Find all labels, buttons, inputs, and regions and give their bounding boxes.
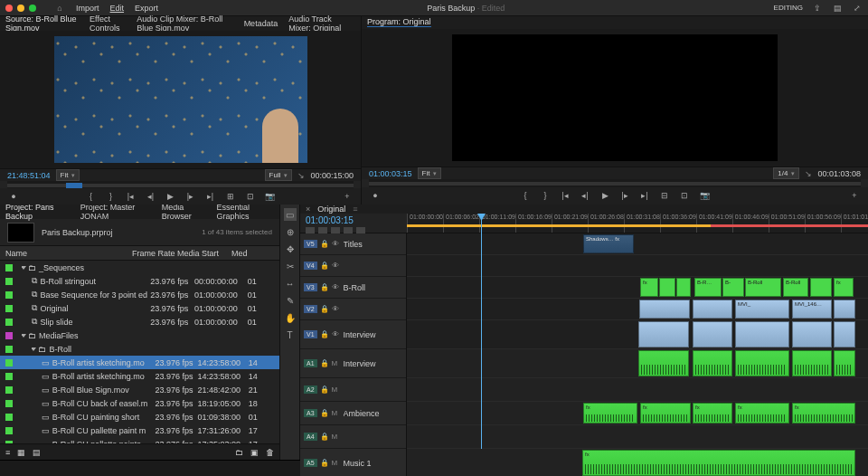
project-row[interactable]: ⧉ B-Roll stringout23.976 fps00:00:00:000… <box>0 274 279 288</box>
timeline-clip[interactable] <box>834 300 855 319</box>
track-header[interactable]: A3🔒MAmbience <box>300 402 406 425</box>
track-lane[interactable]: fxB-R…B-B-RollB-Rollfx <box>407 277 868 299</box>
go-out-icon[interactable]: ▸| <box>638 189 651 202</box>
delete-icon[interactable]: 🗑 <box>266 448 274 457</box>
workspaces-icon[interactable]: ▤ <box>832 3 843 14</box>
insert-icon[interactable]: ⊞ <box>224 190 237 203</box>
track-header[interactable]: A2🔒M <box>300 378 406 402</box>
track-header[interactable]: V3🔒👁B-Roll <box>300 277 406 299</box>
tab-effect-controls[interactable]: Effect Controls <box>90 14 126 33</box>
timeline-tool[interactable]: T <box>284 328 297 341</box>
close-window-icon[interactable] <box>5 5 13 12</box>
step-back-icon[interactable]: ◂| <box>579 189 591 202</box>
project-row[interactable]: ▭ B-Roll CU pallette paints.23.976 fps17… <box>0 437 279 443</box>
timeline-clip[interactable] <box>693 350 732 376</box>
timeline-clip[interactable] <box>659 278 675 297</box>
timeline-clip[interactable] <box>735 321 789 347</box>
project-row[interactable]: ▭ B-Roll artist sketching.mo23.976 fps14… <box>0 356 279 369</box>
play-icon[interactable]: ▶ <box>599 189 611 202</box>
track-header[interactable]: V2🔒👁 <box>300 299 406 320</box>
timeline-clip[interactable]: Shadows… fx <box>583 234 634 253</box>
timeline-clip[interactable]: B- <box>722 278 744 297</box>
source-tc-in[interactable]: 21:48:51:04 <box>7 171 51 180</box>
project-row[interactable]: 🗀 _Sequences <box>0 261 279 274</box>
timeline-tool[interactable]: ⊕ <box>284 225 297 238</box>
play-icon[interactable]: ▶ <box>165 190 177 203</box>
project-row[interactable]: ⧉ Original23.976 fps01:00:00:0001 <box>0 301 279 315</box>
source-scrubbar[interactable] <box>7 181 354 188</box>
track-lane[interactable] <box>407 378 868 402</box>
tab-metadata[interactable]: Metadata <box>244 19 278 28</box>
tab-audio-clip-mixer[interactable]: Audio Clip Mixer: B-Roll Blue Sign.mov <box>137 14 232 33</box>
program-quality-dropdown[interactable]: 1/4 <box>773 167 799 179</box>
project-row[interactable]: 🗀 B-Roll <box>0 342 279 356</box>
project-row[interactable]: ⧉ Base Sequence for 3 point ed23.976 fps… <box>0 288 279 301</box>
go-out-icon[interactable]: ▸| <box>204 190 217 203</box>
timeline-tc[interactable]: 01:00:03:15 <box>306 215 401 225</box>
tab-project[interactable]: Project: Paris Backup <box>5 203 71 221</box>
lift-icon[interactable]: ⊟ <box>658 189 671 202</box>
nav-export[interactable]: Export <box>135 4 158 13</box>
step-fwd-icon[interactable]: |▸ <box>618 189 631 202</box>
tab-media-browser[interactable]: Media Browser <box>162 203 208 221</box>
track-header[interactable]: A1🔒MInterview <box>300 349 406 378</box>
step-fwd-icon[interactable]: |▸ <box>184 190 197 203</box>
program-tc-playhead[interactable]: 01:00:03:15 <box>369 169 412 178</box>
extract-icon[interactable]: ⊡ <box>678 189 691 202</box>
timeline-ruler[interactable]: 01:00:00:0001:00:06:0201:00:11:0901:00:1… <box>407 214 868 233</box>
timeline-clip[interactable] <box>638 321 689 347</box>
go-in-icon[interactable]: |◂ <box>559 189 571 202</box>
project-row[interactable]: ▭ B-Roll artist sketching.mo23.976 fps14… <box>0 369 279 383</box>
project-row[interactable]: 🗀 MediaFiles <box>0 328 279 342</box>
timeline-tool[interactable]: ✂ <box>284 260 297 272</box>
timeline-clip[interactable] <box>834 321 855 347</box>
timeline-clip[interactable]: B-Roll <box>745 278 781 297</box>
track-lane[interactable]: Shadows… fx <box>407 233 868 255</box>
step-back-icon[interactable]: ◂| <box>145 190 157 203</box>
timeline-tool[interactable]: ✥ <box>284 243 297 255</box>
project-row[interactable]: ⧉ Slip slide23.976 fps01:00:00:0001 <box>0 315 279 328</box>
timeline-clip[interactable]: fx <box>693 403 732 424</box>
project-row[interactable]: ▭ B-Roll CU pallette paint m23.976 fps17… <box>0 424 279 437</box>
track-lane[interactable]: MVI_MVI_146… <box>407 299 868 320</box>
minimize-window-icon[interactable] <box>17 5 24 12</box>
timeline-clip[interactable] <box>834 350 855 376</box>
timeline-clip[interactable] <box>676 278 691 297</box>
button-editor-icon[interactable]: + <box>848 189 861 202</box>
button-editor-icon[interactable]: + <box>341 190 354 203</box>
timeline-clip[interactable] <box>693 300 732 319</box>
timeline-clip[interactable] <box>638 350 689 376</box>
source-monitor[interactable] <box>0 31 361 168</box>
freeform-view-icon[interactable]: ▤ <box>33 448 41 457</box>
timeline-tool[interactable]: ↔ <box>284 277 297 290</box>
overwrite-icon[interactable]: ⊡ <box>244 190 257 203</box>
tab-program[interactable]: Program: Original <box>367 17 431 27</box>
mark-in-icon[interactable]: { <box>85 190 98 203</box>
timeline-clip[interactable] <box>735 350 789 376</box>
nav-edit[interactable]: Edit <box>110 4 125 13</box>
workspace-label[interactable]: EDITING <box>774 4 803 12</box>
timeline-clip[interactable] <box>810 278 832 297</box>
program-scrubbar[interactable] <box>369 179 861 187</box>
track-header[interactable]: A5🔒MMusic 1 <box>300 449 406 476</box>
timeline-canvas[interactable]: Shadows… fxfxB-R…B-B-RollB-RollfxMVI_MVI… <box>407 233 868 476</box>
program-zoom-dropdown[interactable]: Fit <box>418 167 442 179</box>
new-bin-icon[interactable]: 🗀 <box>235 448 243 457</box>
list-view-icon[interactable]: ≡ <box>5 448 10 457</box>
track-header[interactable]: V5🔒👁Titles <box>300 233 406 255</box>
tab-sequence[interactable]: Original <box>317 205 345 214</box>
mark-out-icon[interactable]: } <box>105 190 118 203</box>
project-row[interactable]: ▭ B-Roll CU painting short23.976 fps01:0… <box>0 410 279 424</box>
project-item-list[interactable]: 🗀 _Sequences⧉ B-Roll stringout23.976 fps… <box>0 261 279 443</box>
timeline-clip[interactable] <box>693 321 732 347</box>
home-icon[interactable]: ⌂ <box>54 3 65 14</box>
timeline-clip[interactable]: MVI_146… <box>792 300 832 319</box>
track-lane[interactable] <box>407 425 868 449</box>
track-header[interactable]: V4🔒👁 <box>300 255 406 277</box>
track-lane[interactable]: fx <box>407 449 868 476</box>
timeline-clip[interactable]: B-R… <box>694 278 722 297</box>
timeline-clip[interactable]: fx <box>735 403 789 424</box>
timeline-tool[interactable]: ✎ <box>284 294 297 307</box>
project-row[interactable]: ▭ B-Roll CU back of easel.m23.976 fps18:… <box>0 396 279 410</box>
mark-in-icon[interactable]: { <box>519 189 532 202</box>
